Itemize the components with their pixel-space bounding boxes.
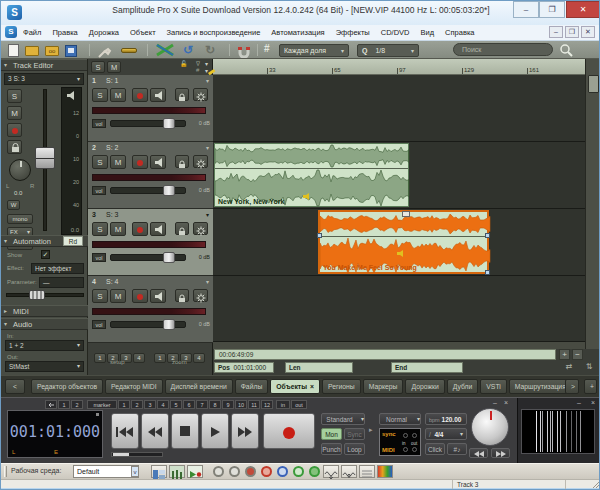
show-checkbox[interactable]: ✓: [41, 250, 50, 259]
vertical-scrollbar-thumb[interactable]: [588, 75, 599, 93]
tab-1[interactable]: Редактор MIDI: [105, 379, 163, 394]
setup-number-button-4[interactable]: 4: [133, 353, 145, 363]
marker-button-8[interactable]: 8: [209, 400, 221, 409]
track-volume-thumb[interactable]: [163, 319, 175, 330]
marker-button-3[interactable]: 3: [144, 400, 156, 409]
marker-button-12[interactable]: 12: [261, 400, 273, 409]
timeline-ruler[interactable]: 336597129161193: [213, 59, 585, 75]
track-record-button[interactable]: [132, 88, 148, 102]
snap-value-select[interactable]: Каждая доля: [279, 44, 349, 57]
tab-7[interactable]: Дорожки: [405, 379, 444, 394]
all-solo-button[interactable]: S: [91, 61, 105, 73]
eq-view-icon[interactable]: [359, 465, 375, 478]
vertical-arrows-icon[interactable]: ⇅: [581, 362, 597, 373]
tab-5[interactable]: Регионы: [322, 379, 361, 394]
menu-item-4[interactable]: Запись и воспроизведение: [167, 25, 261, 40]
record-arm-button[interactable]: [7, 123, 22, 137]
object-handle-corner[interactable]: [485, 270, 490, 275]
play-button[interactable]: [201, 413, 229, 449]
tabs-prev-button[interactable]: <: [5, 379, 25, 394]
track-fx-gear-icon[interactable]: [193, 155, 208, 168]
track-editor-header[interactable]: Track Editor: [1, 59, 87, 71]
zoom-out-button[interactable]: −: [572, 349, 583, 360]
track-volume-slider[interactable]: [110, 254, 186, 261]
track-mute-button[interactable]: M: [110, 155, 126, 169]
track-menu-arrow[interactable]: ▾: [206, 144, 209, 151]
quantize-select[interactable]: Q1/8: [357, 44, 419, 57]
track-monitor-speaker-icon[interactable]: [150, 88, 166, 102]
loop-button[interactable]: Loop: [344, 443, 365, 455]
click-button[interactable]: Click: [425, 443, 445, 455]
shuttle-slider[interactable]: [111, 452, 163, 457]
tabs-add-button[interactable]: +: [584, 379, 597, 394]
open-folder-icon[interactable]: oo: [45, 46, 59, 56]
rewind-button[interactable]: [141, 413, 169, 449]
menu-item-7[interactable]: CD/DVD: [381, 25, 410, 40]
track-volume-thumb[interactable]: [163, 185, 175, 196]
maximize-button[interactable]: ❐: [539, 1, 565, 18]
record-mode-select[interactable]: Standard: [321, 413, 365, 425]
track-solo-button[interactable]: S: [92, 88, 108, 102]
visualization-close-button[interactable]: ×: [591, 399, 595, 406]
object-speaker-icon[interactable]: [303, 186, 312, 204]
zoom-number-button-4[interactable]: 4: [193, 353, 205, 363]
marker-button-11[interactable]: 11: [248, 400, 260, 409]
track-menu-arrow[interactable]: ▾: [206, 211, 209, 218]
track-monitor-speaker-icon[interactable]: [150, 155, 166, 169]
expand-arrow-icon[interactable]: ▸: [369, 426, 373, 434]
menu-item-8[interactable]: Вид: [421, 25, 435, 40]
monitor-indicator-icon[interactable]: [293, 466, 304, 477]
snap-magnet-icon[interactable]: [237, 44, 251, 58]
track-header-2[interactable]: 2S: 2▾SMvol0 dB: [88, 142, 213, 209]
bpm-select[interactable]: bpm 120.00: [425, 413, 467, 425]
track-volume-thumb[interactable]: [163, 118, 175, 129]
mute-button[interactable]: M: [7, 106, 22, 120]
position-field[interactable]: Pos 001:01:000: [214, 362, 274, 373]
track-volume-slider[interactable]: [110, 120, 186, 127]
mute-all-icon[interactable]: [213, 466, 224, 477]
object-handle-right[interactable]: [485, 233, 490, 238]
range-button-2[interactable]: 2: [71, 400, 83, 409]
open-project-icon[interactable]: [25, 46, 39, 56]
parameter-select[interactable]: —: [39, 277, 84, 288]
header-lock-icon[interactable]: 🔓: [180, 60, 190, 67]
stop-button[interactable]: [171, 413, 199, 449]
mixer-icon[interactable]: [169, 465, 185, 478]
record-all-icon[interactable]: [245, 466, 256, 477]
mono-button[interactable]: mono: [7, 214, 33, 224]
track-fx-gear-icon[interactable]: [193, 289, 208, 302]
track-solo-button[interactable]: S: [92, 222, 108, 236]
sync-button[interactable]: Sync: [344, 428, 365, 440]
solo-all-icon[interactable]: [229, 466, 240, 477]
shuttle-thumb[interactable]: [113, 453, 129, 456]
knob-rewind-button[interactable]: [469, 448, 488, 458]
track-volume-slider[interactable]: [110, 321, 186, 328]
wet-button[interactable]: W: [7, 200, 20, 210]
tab-3[interactable]: Файлы: [235, 379, 269, 394]
search-input[interactable]: [453, 43, 553, 56]
track-header-1[interactable]: 1S: 1▾SMvol0 dB: [88, 75, 213, 142]
track-header-4[interactable]: 4S: 4▾SMvol0 dB: [88, 276, 213, 343]
zoom-wave-down-icon[interactable]: [323, 465, 339, 478]
crossfade-editor-icon[interactable]: [155, 43, 175, 57]
zoom-number-button-1[interactable]: 1: [154, 353, 166, 363]
mdi-minimize-button[interactable]: –: [549, 26, 563, 38]
menu-item-5[interactable]: Автоматизация: [271, 25, 324, 40]
menu-item-0[interactable]: Файл: [23, 25, 41, 40]
tab-2[interactable]: Дисплей времени: [165, 379, 233, 394]
time-display[interactable]: 001:01:000 L E: [7, 410, 103, 458]
zoom-wave-up-icon[interactable]: [341, 465, 357, 478]
tab-0[interactable]: Редактор объектов: [31, 379, 103, 394]
swap-arrows-icon[interactable]: ⇄: [561, 362, 577, 373]
track-volume-slider[interactable]: [110, 187, 186, 194]
track-solo-button[interactable]: S: [92, 155, 108, 169]
audio-object-selected[interactable]: You Make Me Feel So Young: [318, 210, 489, 274]
track-solo-button[interactable]: S: [92, 289, 108, 303]
track-volume-thumb[interactable]: [163, 252, 175, 263]
arrange-lane-1[interactable]: [213, 75, 585, 142]
volume-fader-thumb[interactable]: [35, 147, 55, 169]
marker-button-2[interactable]: 2: [131, 400, 143, 409]
menu-item-6[interactable]: Эффекты: [336, 25, 370, 40]
effect-select[interactable]: Нет эффект: [31, 263, 84, 274]
length-field[interactable]: Len: [285, 362, 353, 373]
